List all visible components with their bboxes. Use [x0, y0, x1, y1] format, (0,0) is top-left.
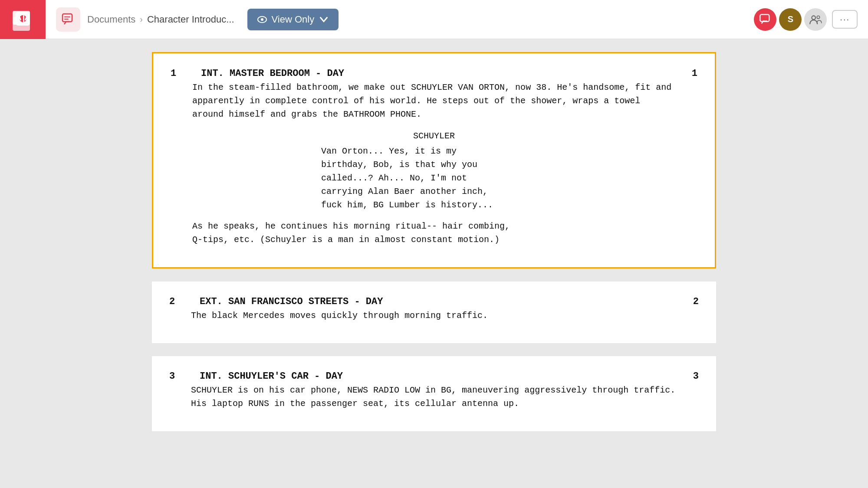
view-only-label: View Only: [272, 14, 315, 25]
avatar-user-photo[interactable]: S: [779, 8, 802, 31]
main-content: 1 INT. MASTER BEDROOM - DAY 1 In the ste…: [0, 39, 868, 488]
breadcrumb-documents[interactable]: Documents: [87, 14, 135, 25]
avatar-group: S: [754, 8, 827, 31]
svg-rect-11: [760, 14, 769, 21]
dialogue-1: Van Orton... Yes, it is my birthday, Bob…: [321, 144, 547, 212]
avatar-users[interactable]: [804, 8, 827, 31]
action-line-1-1: In the steam-filled bathroom, we make ou…: [192, 81, 676, 121]
scene-number-left-3: 3: [169, 369, 191, 383]
action-line-2-1: The black Mercedes moves quickly through…: [191, 309, 677, 322]
app-logo: [0, 0, 46, 39]
breadcrumb: Documents › Character Introduc...: [87, 14, 234, 25]
view-only-button[interactable]: View Only: [247, 9, 339, 30]
comment-icon: [62, 13, 75, 26]
scene-body-2: The black Mercedes moves quickly through…: [169, 309, 699, 322]
scene-heading-3: INT. SCHUYLER'S CAR - DAY: [191, 369, 677, 383]
script-content: 1 INT. MASTER BEDROOM - DAY 1 In the ste…: [152, 52, 716, 431]
action-line-1-2: As he speaks, he continues his morning r…: [192, 219, 676, 246]
scene-block-2: 2 EXT. SAN FRANCISCO STREETS - DAY 2 The…: [152, 282, 716, 343]
svg-rect-4: [23, 15, 24, 22]
scene-header-row-2: 2 EXT. SAN FRANCISCO STREETS - DAY 2: [169, 295, 699, 309]
svg-point-12: [812, 16, 816, 20]
scene-heading-1: INT. MASTER BEDROOM - DAY: [192, 66, 676, 81]
header-right: S ···: [754, 8, 858, 31]
svg-rect-8: [64, 19, 69, 20]
scene-header-row-1: 1 INT. MASTER BEDROOM - DAY 1: [171, 66, 697, 81]
scene-header-row-3: 3 INT. SCHUYLER'S CAR - DAY 3: [169, 369, 699, 383]
app-header: Documents › Character Introduc... View O…: [0, 0, 868, 39]
more-options-button[interactable]: ···: [832, 10, 858, 29]
comment-nav-icon[interactable]: [56, 7, 80, 32]
svg-rect-7: [64, 16, 70, 17]
logo-icon: [11, 7, 35, 32]
breadcrumb-current: Character Introduc...: [147, 14, 234, 25]
avatar-current-user[interactable]: [754, 8, 776, 31]
character-name-1: SCHUYLER: [192, 130, 676, 143]
svg-point-13: [817, 16, 820, 18]
svg-rect-6: [62, 14, 72, 22]
scene-number-right-3: 3: [677, 369, 699, 383]
user-chat-icon: [759, 13, 771, 26]
scene-body-1: In the steam-filled bathroom, we make ou…: [171, 81, 697, 246]
scene-number-left-2: 2: [169, 295, 191, 309]
scene-block-1: 1 INT. MASTER BEDROOM - DAY 1 In the ste…: [152, 52, 716, 269]
scene-number-left-1: 1: [171, 66, 192, 81]
scene-number-right-1: 1: [676, 66, 697, 81]
chevron-down-icon: [319, 14, 329, 25]
scene-heading-2: EXT. SAN FRANCISCO STREETS - DAY: [191, 295, 677, 309]
breadcrumb-separator: ›: [140, 14, 143, 24]
users-icon: [809, 13, 822, 26]
scene-body-3: SCHUYLER is on his car phone, NEWS RADIO…: [169, 383, 699, 410]
scene-block-3: 3 INT. SCHUYLER'S CAR - DAY 3 SCHUYLER i…: [152, 356, 716, 431]
action-line-3-1: SCHUYLER is on his car phone, NEWS RADIO…: [191, 383, 677, 410]
scene-number-right-2: 2: [677, 295, 699, 309]
eye-icon: [257, 14, 267, 25]
svg-point-10: [261, 18, 263, 21]
